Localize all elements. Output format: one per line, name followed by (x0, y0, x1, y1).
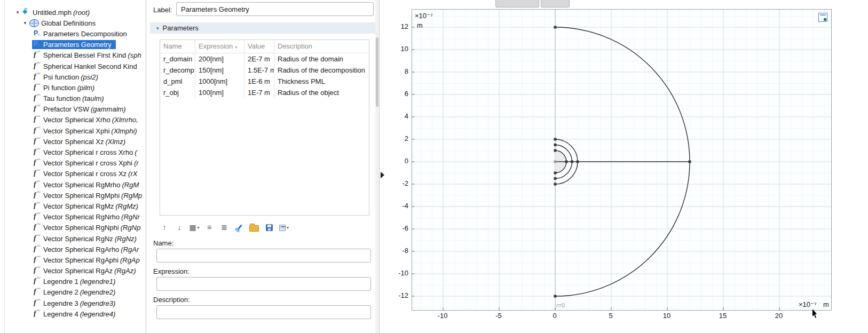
table-cell[interactable]: Radius of the domain (274, 53, 369, 65)
label-input[interactable] (176, 2, 374, 16)
table-cell[interactable]: 1.5E-7 m (244, 65, 274, 76)
tree-item[interactable]: Vector Spherical RgMrho (RgM (0, 179, 146, 190)
section-collapse-icon[interactable]: ▾ (156, 26, 159, 31)
tree-item[interactable]: Spherical Bessel First Kind (sph (0, 50, 146, 61)
collapse-arrow-icon[interactable]: ▾ (14, 10, 21, 15)
plot-view-icon[interactable] (818, 13, 827, 22)
table-cell[interactable]: r_decomp (160, 65, 195, 76)
collapse-arrow-icon[interactable]: ▾ (21, 20, 29, 26)
tree-item[interactable]: Legendre 1 (legendre1) (0, 276, 146, 287)
parameters-section-header[interactable]: ▾ Parameters (150, 22, 375, 34)
tree-item[interactable]: Vector Spherical r cross Xrho ( (0, 147, 146, 157)
tree-item[interactable]: Vector Spherical RgNphi (RgNp (0, 223, 146, 233)
function-icon (33, 213, 41, 221)
table-row[interactable]: r_decomp 150[nm] 1.5E-7 m Radius of the … (160, 65, 369, 76)
export-button[interactable]: ▾ (279, 223, 289, 232)
table-cell[interactable]: 150[nm] (195, 65, 244, 76)
table-cell[interactable]: 2E-7 m (244, 53, 274, 65)
function-icon (33, 159, 41, 167)
tree-item-root[interactable]: ▾ Untitled.mph (root) (0, 7, 146, 18)
name-input[interactable] (156, 249, 371, 263)
function-icon (33, 245, 41, 253)
settings-scrollbar[interactable] (375, 0, 379, 333)
tree-item[interactable]: Legendre 2 (legendre2) (0, 287, 146, 298)
tree-item-parameters-geometry[interactable]: Parameters Geometry (0, 39, 146, 50)
expression-input[interactable] (156, 277, 371, 291)
tree-item[interactable]: Spherical Hankel Second Kind (0, 61, 146, 72)
tree-item-label: Vector Spherical RgMrho (43, 181, 121, 189)
save-to-file-button[interactable] (264, 223, 274, 232)
y-tick-label: 6 (390, 90, 408, 98)
tree-item[interactable]: Vector Spherical r cross Xphi (r (0, 158, 146, 169)
tree-item[interactable]: Legendre 3 (legendre3) (0, 298, 146, 308)
load-from-file-button[interactable] (249, 223, 259, 232)
description-input[interactable] (156, 305, 371, 319)
tree-item[interactable]: Vector Spherical RgAz (RgAz) (0, 266, 146, 276)
move-down-button[interactable]: ↓ (175, 223, 184, 232)
column-header-expression[interactable]: Expression▾ (195, 40, 244, 53)
y-tick-label: 2 (390, 135, 408, 142)
tree-item[interactable]: Vector Spherical RgAphi (RgAp (0, 255, 146, 265)
tree-item[interactable]: Vector Spherical Xrho (Xlmrho, (0, 115, 146, 125)
tree-item-suffix: (taulm) (82, 94, 104, 102)
tree-item[interactable]: Vector Spherical RgNz (RgNz) (0, 233, 146, 244)
panel-collapse-handle-icon[interactable] (381, 172, 384, 178)
toolbar-button-partial[interactable] (541, 0, 570, 7)
table-header-row: Name Expression▾ Value Description (160, 40, 369, 53)
column-header-name[interactable]: Name (160, 40, 195, 53)
y-axis-unit: m (417, 21, 423, 29)
table-cell[interactable]: r_domain (160, 53, 195, 65)
name-caption: Name: (153, 239, 173, 247)
tree-item[interactable]: Vector Spherical r cross Xz (rX (0, 169, 146, 179)
y-tick-label: -10 (390, 269, 408, 277)
tree-item[interactable]: Vector Spherical RgMphi (RgMp (0, 190, 146, 201)
table-cell[interactable]: 200[nm] (195, 53, 244, 65)
tree-item[interactable]: Pi function (pilm) (0, 82, 146, 93)
table-row[interactable]: r_domain 200[nm] 2E-7 m Radius of the do… (160, 53, 369, 65)
tree-item-parameters-decomposition[interactable]: Parameters Decomposition (0, 28, 146, 39)
table-row[interactable]: r_obj 100[nm] 1E-7 m Radius of the objec… (160, 87, 369, 98)
table-cell[interactable]: Radius of the decomposition (274, 65, 369, 76)
tree-item[interactable]: Tau function (taulm) (0, 93, 146, 104)
move-up-button[interactable]: ↑ (160, 223, 169, 232)
tree-item[interactable]: Psi function (psi2) (0, 72, 146, 82)
table-cell[interactable]: Thickness PML (274, 76, 369, 87)
tree-item-suffix: (RgNz) (115, 235, 137, 243)
table-cell[interactable]: 1000[nm] (195, 76, 244, 87)
table-options-button[interactable]: ▦▾ (190, 223, 199, 232)
tree-item-label: Vector Spherical RgAphi (43, 256, 119, 264)
function-icon (33, 288, 41, 296)
table-row[interactable]: d_pml 1000[nm] 1E-6 m Thickness PML (160, 76, 369, 87)
column-header-description[interactable]: Description (274, 40, 369, 53)
tree-item-global-definitions[interactable]: ▾ Global Definitions (0, 18, 146, 28)
x-tick-label: 0 (544, 312, 565, 320)
y-tick-label: 12 (390, 23, 408, 30)
list-detail-button[interactable]: ≣ (219, 223, 229, 232)
column-header-value[interactable]: Value (244, 40, 274, 53)
graphics-canvas[interactable] (412, 9, 832, 311)
scrollbar-thumb[interactable] (376, 37, 378, 107)
tree-item[interactable]: Prefactor VSW (gammalm) (0, 104, 146, 115)
tree-item[interactable]: Vector Spherical Xphi (Xlmphi) (0, 125, 146, 136)
tree-item-suffix: (RgMp (121, 192, 142, 200)
table-cell[interactable]: 1E-7 m (244, 87, 274, 98)
x-tick-label: -5 (488, 312, 509, 320)
table-cell[interactable]: Radius of the object (274, 87, 369, 98)
tree-item[interactable]: Vector Spherical RgArho (RgAr (0, 244, 146, 255)
table-cell[interactable]: 1E-6 m (244, 76, 274, 87)
table-cell[interactable]: d_pml (160, 76, 195, 87)
toolbar-button-partial[interactable] (495, 0, 539, 7)
tree-item-suffix: (legendre4) (80, 310, 116, 318)
tree-item-suffix: (Xlmrho, (112, 116, 138, 124)
clear-table-button[interactable] (234, 223, 244, 232)
tree-item[interactable]: Legendre 4 (legendre4) (0, 308, 146, 319)
function-icon (33, 148, 41, 156)
table-cell[interactable]: 100[nm] (195, 87, 244, 98)
tree-item[interactable]: Vector Spherical RgNrho (RgNr (0, 212, 146, 223)
parameters-table[interactable]: Name Expression▾ Value Description r_dom… (160, 39, 369, 216)
table-cell[interactable]: r_obj (160, 87, 195, 98)
tree-item[interactable]: Vector Spherical Xz (Xlmz) (0, 136, 146, 147)
tree-item[interactable]: Vector Spherical RgMz (RgMz) (0, 201, 146, 211)
list-view-button[interactable]: ≡ (204, 223, 214, 232)
tree-item-label: Vector Spherical Xphi (43, 127, 109, 135)
